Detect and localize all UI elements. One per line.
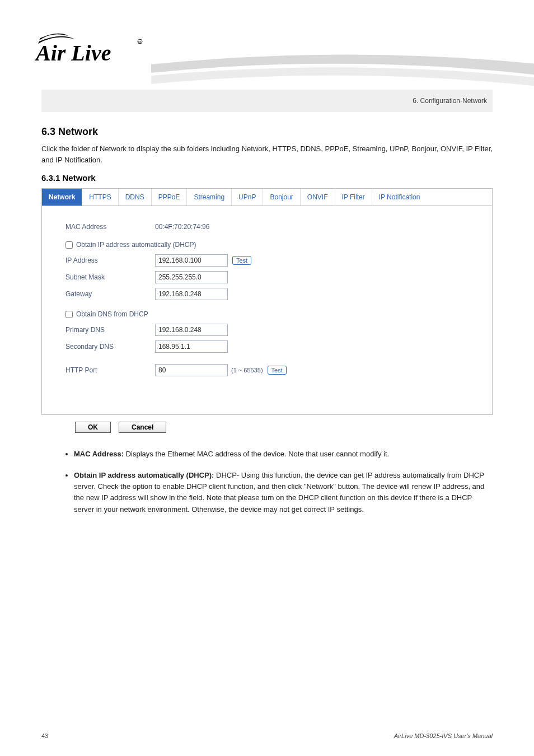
http-port-label: HTTP Port — [65, 366, 155, 374]
tab-network[interactable]: Network — [42, 189, 82, 206]
cancel-button[interactable]: Cancel — [119, 422, 166, 433]
tab-pppoe[interactable]: PPPoE — [152, 189, 188, 206]
mac-address-value: 00:4F:70:20:74:96 — [155, 223, 209, 231]
secondary-dns-input[interactable] — [155, 340, 228, 353]
http-port-input[interactable] — [155, 364, 228, 376]
settings-panel: Network HTTPS DDNS PPPoE Streaming UPnP … — [41, 188, 493, 415]
subsection-heading: 6.3.1 Network — [41, 173, 493, 183]
bullet-dhcp-term: Obtain IP address automatically (DHCP): — [74, 471, 214, 479]
brand-logo: Air Live R — [35, 28, 147, 69]
tab-body: MAC Address 00:4F:70:20:74:96 Obtain IP … — [42, 206, 492, 414]
primary-dns-label: Primary DNS — [65, 326, 155, 334]
bullet-mac-text: Displays the Ethernet MAC address of the… — [124, 450, 389, 458]
bullet-mac: MAC Address: Displays the Ethernet MAC a… — [74, 449, 493, 460]
tab-streaming[interactable]: Streaming — [187, 189, 232, 206]
bullet-mac-term: MAC Address: — [74, 450, 124, 458]
description-bullets: MAC Address: Displays the Ethernet MAC a… — [41, 449, 493, 515]
tab-ddns[interactable]: DDNS — [119, 189, 152, 206]
secondary-dns-label: Secondary DNS — [65, 343, 155, 351]
section-heading: 6.3 Network — [41, 126, 493, 138]
gateway-input[interactable] — [155, 288, 228, 300]
svg-text:R: R — [138, 40, 141, 44]
dns-dhcp-checkbox[interactable] — [65, 311, 73, 318]
publication-name: AirLive MD-3025-IVS User's Manual — [394, 732, 493, 739]
ok-button[interactable]: OK — [75, 422, 111, 433]
subnet-mask-input[interactable] — [155, 271, 228, 283]
tab-onvif[interactable]: ONVIF — [301, 189, 335, 206]
ip-address-input[interactable] — [155, 254, 228, 267]
primary-dns-input[interactable] — [155, 324, 228, 336]
chapter-title: 6. Configuration-Network — [413, 97, 487, 105]
ip-address-label: IP Address — [65, 256, 155, 264]
dhcp-checkbox[interactable] — [65, 241, 73, 249]
test-ip-button[interactable]: Test — [232, 256, 251, 265]
gateway-label: Gateway — [65, 290, 155, 298]
svg-text:Air Live: Air Live — [35, 40, 111, 66]
bullet-dhcp: Obtain IP address automatically (DHCP): … — [74, 470, 493, 515]
section-description: Click the folder of Network to display t… — [41, 143, 493, 165]
http-port-range: (1 ~ 65535) — [231, 367, 263, 374]
dhcp-checkbox-label: Obtain IP address automatically (DHCP) — [76, 241, 196, 249]
tab-bonjour[interactable]: Bonjour — [263, 189, 300, 206]
page-number: 43 — [41, 732, 48, 739]
chapter-header-bar: 6. Configuration-Network — [41, 90, 493, 112]
dns-dhcp-checkbox-label: Obtain DNS from DHCP — [76, 310, 148, 318]
test-port-button[interactable]: Test — [268, 366, 287, 375]
tab-strip: Network HTTPS DDNS PPPoE Streaming UPnP … — [42, 189, 492, 206]
tab-ip-filter[interactable]: IP Filter — [335, 189, 372, 206]
tab-upnp[interactable]: UPnP — [232, 189, 263, 206]
tab-https[interactable]: HTTPS — [82, 189, 118, 206]
subnet-mask-label: Subnet Mask — [65, 273, 155, 281]
header-swoosh — [151, 42, 534, 92]
tab-ip-notification[interactable]: IP Notification — [372, 189, 427, 206]
publication-line-1: AirLive MD-3025-IVS User's Manual — [394, 732, 493, 739]
page-footer: 43 AirLive MD-3025-IVS User's Manual — [41, 732, 493, 739]
mac-address-label: MAC Address — [65, 223, 155, 231]
